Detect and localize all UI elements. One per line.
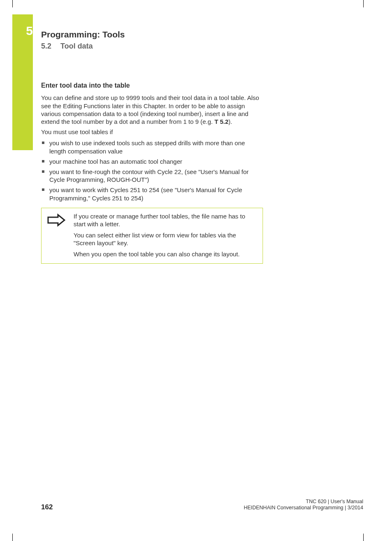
chapter-number: 5 <box>16 24 33 38</box>
crop-mark <box>12 0 13 7</box>
intro2: You must use tool tables if <box>41 128 263 136</box>
list-item: you want to fine-rough the contour with … <box>41 168 263 183</box>
intro-text-bold: T 5.2 <box>214 118 228 125</box>
note-text: If you create or manage further tool tab… <box>74 212 258 258</box>
page-number: 162 <box>41 503 53 511</box>
footer-right: TNC 620 | User's Manual HEIDENHAIN Conve… <box>244 499 363 511</box>
page-footer: 162 TNC 620 | User's Manual HEIDENHAIN C… <box>41 499 363 511</box>
crop-mark <box>12 534 13 541</box>
chapter-title: Programming: Tools <box>41 30 125 39</box>
footer-line2: HEIDENHAIN Conversational Programming | … <box>244 505 363 511</box>
note-box: If you create or manage further tool tab… <box>41 208 263 264</box>
arrow-right-icon <box>46 212 67 229</box>
list-item: you want to work with Cycles 251 to 254 … <box>41 186 263 202</box>
note-line: If you create or manage further tool tab… <box>74 212 258 228</box>
intro-text-post: ). <box>228 118 232 125</box>
crop-mark <box>363 534 364 541</box>
intro-paragraph: You can define and store up to 9999 tool… <box>41 94 263 125</box>
list-item: your machine tool has an automatic tool … <box>41 158 263 165</box>
subheading: Enter tool data into the table <box>41 81 263 90</box>
section-title: Tool data <box>60 42 93 51</box>
crop-mark <box>363 0 364 7</box>
content-area: Enter tool data into the table You can d… <box>41 81 263 264</box>
section-heading: 5.2 Tool data <box>41 42 93 51</box>
bullet-list: you wish to use indexed tools such as st… <box>41 139 263 202</box>
section-number: 5.2 <box>41 42 51 51</box>
note-line: When you open the tool table you can als… <box>74 250 258 258</box>
note-line: You can select either list view or form … <box>74 231 258 247</box>
list-item: you wish to use indexed tools such as st… <box>41 139 263 155</box>
footer-line1: TNC 620 | User's Manual <box>244 499 363 505</box>
